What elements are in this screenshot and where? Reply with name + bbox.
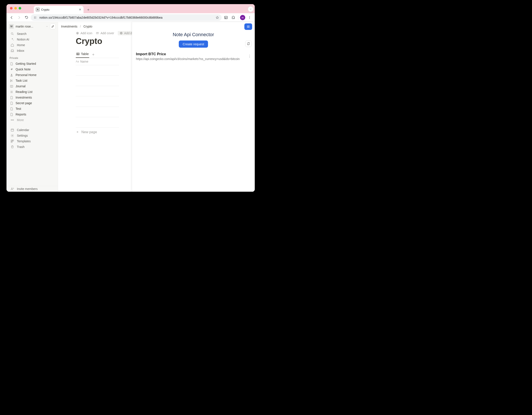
main-content: Investments / Crypto Share A Add icon [58,22,255,192]
svg-text:i: i [121,32,121,34]
bookmark-star-icon[interactable] [216,16,219,19]
doc-icon [10,96,13,99]
sidebar-templates[interactable]: Templates [7,138,57,144]
notion-app: M martin rose... Search Notion AI Home [7,22,255,192]
sidebar-page-task-list[interactable]: Task List [7,78,58,83]
reload-button[interactable] [23,15,29,20]
sidebar-page-secret[interactable]: Secret page [7,100,58,106]
svg-point-20 [77,33,77,33]
table-row[interactable] [76,107,119,117]
sidebar-page-getting-started[interactable]: Getting Started [7,61,58,67]
separator [238,15,238,20]
site-info-icon[interactable] [33,16,37,20]
gear-icon [10,134,14,137]
minimize-window-button[interactable] [14,7,17,10]
add-icon-button[interactable]: Add icon [76,31,92,35]
tabs-dropdown-button[interactable] [248,6,253,12]
add-cover-button[interactable]: Add cover [96,31,114,35]
page-label: Getting Started [16,62,36,65]
panel-menu-button[interactable] [244,23,252,30]
breadcrumb-crypto[interactable]: Crypto [83,25,92,28]
create-request-button[interactable]: Create request [179,40,208,48]
profile-avatar[interactable]: m [240,15,245,20]
sidebar-more[interactable]: ••• More [7,117,57,123]
refresh-button[interactable] [245,40,252,47]
table-row[interactable] [76,65,119,76]
forward-button[interactable] [16,15,22,20]
svg-rect-14 [11,141,12,143]
invite-members[interactable]: Invite members [7,186,57,192]
close-window-button[interactable] [10,7,13,10]
book-icon [10,85,13,88]
sidebar: M martin rose... Search Notion AI Home [7,22,58,192]
compose-button[interactable] [50,24,56,29]
new-tab-button[interactable]: ＋ [85,7,91,13]
more-icon: ••• [10,118,14,122]
window-controls [9,4,23,13]
table-row[interactable] [76,96,119,107]
sidebar-page-reading-list[interactable]: Reading List [7,89,58,95]
request-title: Import BTC Price [136,52,251,56]
browser-menu-button[interactable] [247,15,253,20]
sidebar-page-journal[interactable]: Journal [7,83,58,89]
sidebar-calendar[interactable]: Calendar [7,127,57,133]
new-page-label: New page [81,130,97,134]
table-row[interactable] [76,117,119,128]
svg-point-5 [249,18,250,19]
workspace-switcher[interactable]: M martin rose... [7,22,58,31]
address-bar[interactable]: notion.so/194cccdbf17b807aba2de805d2b032… [31,14,222,21]
svg-point-1 [34,18,35,19]
notion-favicon: N [36,8,39,11]
svg-point-6 [11,33,13,34]
extension-noteapi-icon[interactable] [223,15,229,20]
sparkle-icon [10,38,14,41]
svg-rect-13 [13,140,14,141]
more-label: More [17,118,24,122]
page-label: Quick Note [16,68,30,71]
sidebar-label: Templates [17,139,31,143]
invite-label: Invite members [17,187,38,191]
sidebar-page-quick-note[interactable]: Quick Note [7,67,58,72]
sidebar-page-investments[interactable]: Investments [7,95,58,100]
note-api-connector-panel: Note Api Connector Create request Import… [132,22,255,192]
sidebar-page-test[interactable]: Test [7,106,58,111]
database-tabs: Table ＋ [76,51,119,58]
sidebar-home[interactable]: Home [7,42,57,48]
sidebar-inbox[interactable]: Inbox [7,48,57,53]
title-type-icon: Aa [76,60,79,63]
url-text: notion.so/194cccdbf17b807aba2de805d2b032… [39,16,162,19]
svg-point-3 [249,16,250,17]
maximize-window-button[interactable] [19,7,21,10]
request-more-icon[interactable]: ⋮ [248,54,251,58]
table-row[interactable] [76,76,119,86]
sidebar-label: Inbox [17,49,24,52]
sidebar-trash[interactable]: Trash [7,144,57,150]
doc-icon [10,107,13,110]
sidebar-page-personal-home[interactable]: Personal Home [7,72,58,78]
back-button[interactable] [9,15,15,20]
view-table-tab[interactable]: Table [76,51,89,58]
close-tab-button[interactable]: ✕ [79,8,81,11]
sidebar-search[interactable]: Search [7,31,57,37]
table-row[interactable] [76,86,119,96]
breadcrumb-investments[interactable]: Investments [61,25,77,28]
browser-tab[interactable]: N Crypto ✕ [34,6,84,13]
page-label: Reading List [16,90,32,94]
add-view-button[interactable]: ＋ [91,52,95,57]
sidebar-settings[interactable]: Settings [7,133,57,138]
sidebar-notion-ai[interactable]: Notion AI [7,37,57,42]
sidebar-label: Search [17,32,26,36]
new-page-button[interactable]: ＋ New page [76,128,119,137]
page-label: Journal [16,84,26,88]
scissors-icon [10,79,13,82]
sidebar-section-private: Private [7,53,58,61]
name-column-header[interactable]: Name [80,60,88,63]
extensions-icon[interactable] [230,15,236,20]
request-item[interactable]: Import BTC Price https://api.coingecko.c… [132,48,255,61]
page-label: Test [16,107,21,110]
svg-point-23 [97,33,97,33]
table-rows [76,65,119,128]
plus-icon: ＋ [76,130,79,134]
sidebar-page-reports[interactable]: Reports [7,111,58,117]
svg-point-21 [78,33,78,33]
